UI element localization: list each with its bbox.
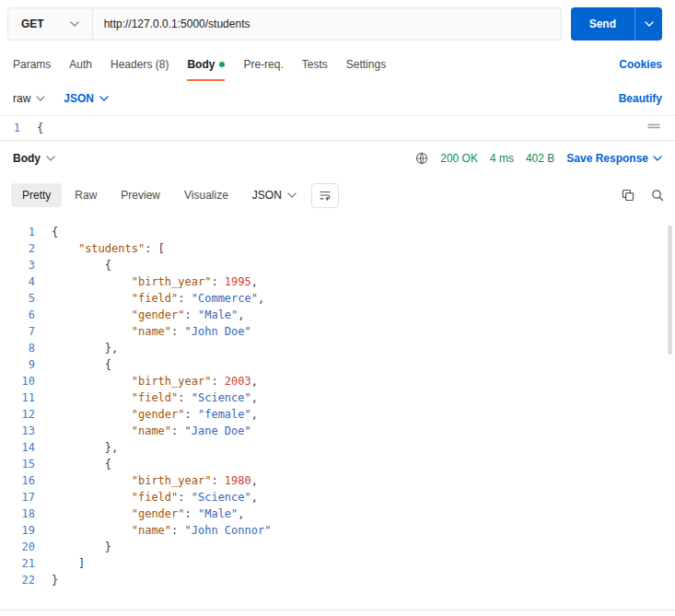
code-line: 6 "gender": "Male", — [0, 307, 675, 323]
tab-tests[interactable]: Tests — [302, 48, 328, 81]
globe-icon — [415, 152, 428, 165]
copy-icon[interactable] — [622, 189, 634, 202]
line-number: 17 — [0, 489, 39, 506]
line-number: 21 — [0, 555, 39, 572]
tab-pre-request[interactable]: Pre-req. — [243, 48, 283, 81]
response-time: 4 ms — [490, 152, 514, 165]
response-tab-raw[interactable]: Raw — [64, 183, 108, 207]
chevron-down-icon — [36, 96, 45, 101]
line-number: 22 — [0, 572, 39, 588]
code-text: } — [52, 539, 111, 555]
tab-body[interactable]: Body — [187, 48, 225, 81]
code-text: "gender": "Male", — [52, 506, 245, 522]
code-text: "birth_year": 1995, — [52, 273, 258, 290]
code-text: { — [52, 456, 111, 472]
bottom-divider — [0, 610, 675, 616]
line-number: 1 — [0, 224, 39, 240]
line-number: 19 — [0, 522, 39, 539]
send-options-button[interactable] — [634, 7, 662, 41]
line-number: 15 — [0, 456, 39, 472]
code-line: 1{ — [0, 224, 675, 240]
response-body-viewer: 1{2 "students": [3 {4 "birth_year": 1995… — [0, 215, 675, 610]
url-text: http://127.0.0.1:5000/students — [104, 17, 250, 30]
chevron-down-icon — [70, 21, 79, 27]
method-dropdown[interactable]: GET — [8, 8, 93, 40]
response-header: Body 200 OK 4 ms 402 B Save Response — [0, 141, 675, 176]
request-url-bar: GET http://127.0.0.1:5000/students Send — [0, 0, 675, 48]
wrap-text-icon — [319, 189, 332, 202]
code-text: { — [37, 120, 43, 136]
wrap-text-button[interactable] — [311, 183, 339, 208]
chevron-down-icon — [46, 156, 55, 161]
collapse-editor-icon[interactable] — [647, 122, 660, 131]
code-line: 19 "name": "John Connor" — [0, 522, 675, 539]
code-text: "name": "John Connor" — [52, 522, 271, 539]
code-line: 10 "birth_year": 2003, — [0, 373, 675, 389]
response-meta: 200 OK 4 ms 402 B Save Response — [415, 152, 662, 165]
code-line: 5 "field": "Commerce", — [0, 290, 675, 307]
line-number: 8 — [0, 340, 39, 356]
response-code: 1{2 "students": [3 {4 "birth_year": 1995… — [0, 224, 675, 588]
response-view-label: Body — [13, 152, 41, 165]
tab-label: Body — [187, 58, 215, 71]
response-view-dropdown[interactable]: Body — [13, 152, 55, 165]
code-text: "gender": "Male", — [52, 307, 245, 323]
cookies-link[interactable]: Cookies — [619, 58, 662, 71]
response-toolbar: Pretty Raw Preview Visualize JSON — [0, 176, 675, 215]
code-line: 3 { — [0, 257, 675, 273]
tab-label: Pre-req. — [243, 58, 283, 71]
beautify-link[interactable]: Beautify — [619, 92, 662, 105]
response-language-dropdown[interactable]: JSON — [252, 189, 297, 202]
save-response-button[interactable]: Save Response — [566, 152, 662, 165]
chevron-down-icon — [645, 21, 654, 27]
code-text: { — [52, 356, 111, 373]
tab-auth[interactable]: Auth — [69, 48, 92, 81]
code-text: "field": "Science", — [52, 389, 258, 406]
tab-label: Auth — [69, 58, 92, 71]
code-text: "name": "Jane Doe" — [52, 423, 251, 439]
url-group: GET http://127.0.0.1:5000/students — [7, 7, 562, 41]
line-number: 3 — [0, 257, 39, 273]
tab-label: Headers (8) — [111, 58, 169, 71]
chevron-down-icon — [653, 156, 662, 161]
code-line: 16 "birth_year": 1980, — [0, 472, 675, 489]
tab-label: Params — [13, 58, 51, 71]
code-text: "students": [ — [52, 240, 165, 257]
code-line: 1{ — [0, 120, 675, 136]
status-badge: 200 OK — [440, 152, 478, 165]
response-tab-visualize[interactable]: Visualize — [173, 183, 239, 207]
tab-params[interactable]: Params — [13, 48, 51, 81]
code-line: 9 { — [0, 356, 675, 373]
code-text: "birth_year": 1980, — [52, 472, 258, 489]
code-line: 22} — [0, 572, 675, 588]
search-icon[interactable] — [651, 189, 664, 202]
line-number: 10 — [0, 373, 39, 389]
request-tabs: Params Auth Headers (8) Body Pre-req. Te… — [0, 48, 675, 81]
line-number: 6 — [0, 307, 39, 323]
tab-settings[interactable]: Settings — [346, 48, 386, 81]
chevron-down-icon — [287, 192, 297, 198]
language-dropdown[interactable]: JSON — [64, 92, 109, 105]
url-input[interactable]: http://127.0.0.1:5000/students — [93, 8, 561, 40]
send-button[interactable]: Send — [571, 7, 634, 41]
line-number: 18 — [0, 506, 39, 522]
code-line: 20 } — [0, 539, 675, 555]
body-mode-dropdown[interactable]: raw — [13, 92, 45, 105]
code-line: 17 "field": "Science", — [0, 489, 675, 506]
request-body-editor[interactable]: 1{ — [0, 116, 675, 141]
code-text: "birth_year": 2003, — [52, 373, 258, 389]
response-tab-preview[interactable]: Preview — [110, 183, 171, 207]
line-number: 13 — [0, 423, 39, 439]
tab-headers[interactable]: Headers (8) — [111, 48, 169, 81]
line-number: 7 — [0, 323, 39, 340]
code-text: "name": "John Doe" — [52, 323, 251, 340]
code-text: "field": "Science", — [52, 489, 258, 506]
scrollbar-thumb[interactable] — [668, 226, 672, 354]
response-tab-pretty[interactable]: Pretty — [11, 183, 62, 207]
line-number: 12 — [0, 406, 39, 423]
line-number: 11 — [0, 389, 39, 406]
body-mode-label: raw — [13, 92, 30, 105]
code-line: 18 "gender": "Male", — [0, 506, 675, 522]
code-line: 8 }, — [0, 340, 675, 356]
code-text: ] — [52, 555, 85, 572]
